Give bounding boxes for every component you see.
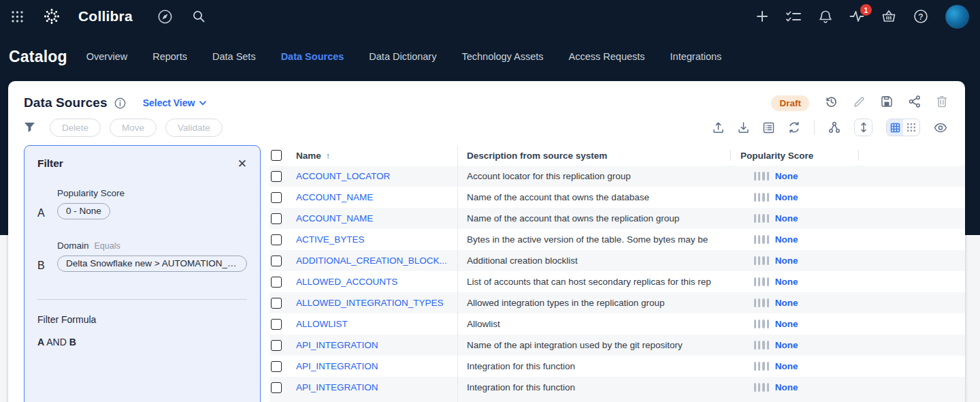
table-row[interactable]: API_INTEGRATION Integration for this fun… — [270, 377, 965, 398]
popularity-cell: None — [735, 256, 863, 266]
save-icon[interactable] — [881, 95, 893, 110]
nav-tab[interactable]: Reports — [152, 51, 187, 62]
row-checkbox[interactable] — [271, 213, 282, 224]
search-icon[interactable] — [192, 10, 206, 23]
notifications-bell-icon[interactable] — [819, 10, 832, 24]
create-plus-icon[interactable] — [756, 10, 768, 22]
close-icon[interactable]: ✕ — [238, 158, 247, 170]
popularity-cell: None — [735, 319, 863, 329]
row-description: Bytes in the active version of the table… — [457, 234, 735, 245]
nav-tab[interactable]: Data Dictionary — [369, 51, 436, 62]
basket-icon[interactable] — [881, 10, 896, 23]
clause-operator: Equals — [95, 241, 120, 251]
app-grid-icon[interactable] — [11, 10, 24, 23]
data-sources-card: Data Sources Select View Draft — [8, 81, 965, 402]
table-row[interactable]: ACCOUNT_NAME Name of the account that ow… — [270, 208, 965, 229]
clause-field-label: Domain — [57, 241, 89, 251]
table-row[interactable]: ACCOUNT_NAME Name of the account that ow… — [270, 187, 965, 208]
share-icon[interactable] — [909, 95, 921, 110]
help-icon[interactable]: ? — [913, 9, 928, 24]
refresh-icon[interactable] — [788, 121, 800, 134]
table-row[interactable]: ACTIVE_BYTES Bytes in the active version… — [270, 229, 965, 250]
popularity-cell: None — [735, 171, 863, 181]
asset-name-link[interactable]: ADDITIONAL_CREATION_BLOCK... — [296, 256, 448, 266]
info-icon[interactable] — [114, 97, 126, 109]
report-list-icon[interactable] — [763, 122, 774, 134]
delete-trash-icon[interactable] — [936, 95, 947, 110]
hierarchy-icon[interactable] — [828, 121, 840, 134]
asset-name-link[interactable]: ALLOWED_INTEGRATION_TYPES — [296, 298, 448, 308]
asset-name-link[interactable]: ACCOUNT_NAME — [296, 213, 448, 223]
table-row[interactable]: ALLOWLIST Allowlist None — [270, 313, 965, 335]
table-toolbar: Delete Move Validate — [8, 117, 965, 138]
table-row[interactable]: API_INTEGRATION Integration for this fun… — [270, 356, 965, 377]
user-avatar[interactable] — [945, 5, 969, 29]
nav-tab[interactable]: Data Sets — [212, 51, 256, 62]
upload-icon[interactable] — [713, 121, 724, 134]
row-description: Name of the account that owns the databa… — [457, 192, 735, 202]
asset-name-link[interactable]: API_INTEGRATION — [296, 340, 448, 350]
row-checkbox[interactable] — [271, 234, 282, 245]
row-height-icon[interactable] — [854, 119, 872, 136]
table-row[interactable]: ACCOUNT_LOCATOR Account locator for this… — [270, 166, 965, 187]
table-row[interactable]: ALLOWED_ACCOUNTS List of accounts that c… — [270, 271, 965, 292]
row-checkbox[interactable] — [271, 298, 282, 309]
column-header-popularity[interactable]: Popularity Score — [735, 145, 863, 166]
table-row[interactable]: API_INTEGRATION Name of the api integrat… — [270, 335, 965, 356]
row-description: Additional creation blocklist — [457, 256, 735, 266]
row-checkbox[interactable] — [271, 171, 282, 182]
edit-pencil-icon[interactable] — [853, 96, 865, 110]
popularity-value: None — [775, 213, 798, 223]
row-checkbox[interactable] — [271, 256, 282, 266]
nav-tabs: OverviewReportsData SetsData SourcesData… — [86, 51, 722, 62]
clause-value-pill[interactable]: 0 - None — [57, 203, 110, 219]
tile-view-toggle[interactable] — [903, 119, 919, 136]
compass-icon[interactable] — [157, 9, 173, 25]
row-description: Integration for this function — [457, 382, 735, 392]
asset-name-link[interactable]: ACCOUNT_NAME — [296, 192, 448, 202]
table-row[interactable]: ALLOWED_INTEGRATION_TYPES Allowed integr… — [270, 292, 965, 313]
nav-tab[interactable]: Data Sources — [281, 51, 344, 62]
column-header-name[interactable]: Name ↑ — [296, 145, 457, 166]
asset-name-link[interactable]: ALLOWED_ACCOUNTS — [296, 277, 448, 287]
select-view-dropdown[interactable]: Select View — [143, 97, 207, 108]
filter-funnel-icon[interactable] — [24, 122, 35, 133]
select-all-checkbox[interactable] — [271, 150, 282, 161]
delete-button[interactable]: Delete — [50, 119, 101, 137]
sort-ascending-icon[interactable]: ↑ — [326, 151, 331, 161]
table-row[interactable]: ADDITIONAL_CREATION_BLOCK... Additional … — [270, 250, 965, 271]
filter-panel: Filter ✕ A Popularity Score 0 - None B D… — [24, 145, 261, 402]
nav-tab[interactable]: Integrations — [670, 51, 722, 62]
formula-operator: AND — [44, 337, 69, 347]
row-checkbox[interactable] — [271, 361, 282, 372]
popularity-cell: None — [735, 340, 863, 350]
asset-name-link[interactable]: ACCOUNT_LOCATOR — [296, 171, 448, 181]
page-title: Data Sources — [24, 95, 108, 110]
row-checkbox[interactable] — [271, 340, 282, 351]
visibility-eye-icon[interactable] — [934, 123, 947, 133]
row-checkbox[interactable] — [271, 277, 282, 288]
asset-name-link[interactable]: ACTIVE_BYTES — [296, 234, 448, 245]
popularity-value: None — [775, 234, 798, 245]
nav-tab[interactable]: Access Requests — [569, 51, 645, 62]
activity-pulse-icon[interactable]: 1 — [849, 10, 864, 23]
clause-value-pill[interactable]: Delta Snowflake new > AUTOMATION_2 ... — [57, 256, 247, 272]
asset-name-link[interactable]: API_INTEGRATION — [296, 361, 448, 371]
popularity-value: None — [775, 382, 798, 392]
tasks-checklist-icon[interactable] — [785, 10, 802, 22]
collibra-logo-icon[interactable] — [42, 6, 62, 27]
asset-name-link[interactable]: ALLOWLIST — [296, 319, 448, 329]
row-checkbox[interactable] — [271, 192, 282, 203]
history-icon[interactable] — [825, 95, 838, 111]
table-view-toggle[interactable] — [887, 119, 903, 136]
nav-tab[interactable]: Technology Assets — [461, 51, 543, 62]
asset-name-link[interactable]: API_INTEGRATION — [296, 382, 448, 392]
download-icon[interactable] — [738, 121, 749, 134]
column-header-description[interactable]: Description from source system — [457, 145, 735, 166]
validate-button[interactable]: Validate — [165, 119, 223, 137]
table-row-partial[interactable] — [270, 398, 965, 402]
move-button[interactable]: Move — [110, 119, 157, 137]
nav-tab[interactable]: Overview — [86, 51, 127, 62]
row-checkbox[interactable] — [271, 319, 282, 330]
row-checkbox[interactable] — [271, 382, 282, 393]
